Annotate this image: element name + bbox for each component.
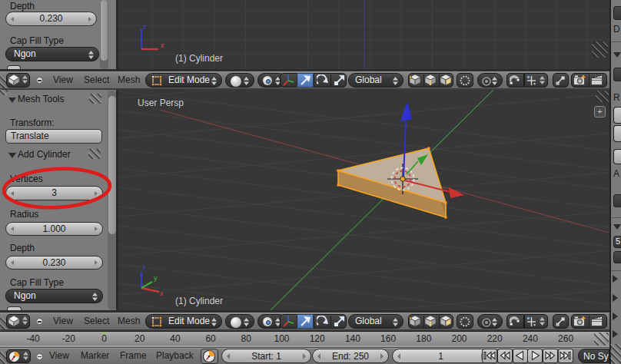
svg-text:y: y bbox=[154, 274, 158, 282]
svg-text:z: z bbox=[142, 263, 146, 271]
svg-text:x: x bbox=[161, 41, 164, 49]
svg-text:x: x bbox=[160, 290, 164, 297]
svg-text:z: z bbox=[143, 23, 147, 31]
